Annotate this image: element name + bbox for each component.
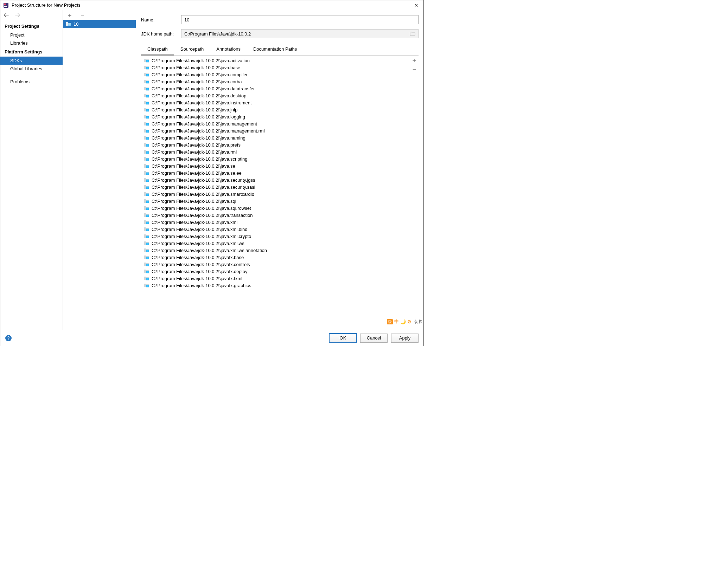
library-folder-icon bbox=[144, 240, 149, 246]
classpath-remove-icon[interactable]: − bbox=[413, 66, 416, 72]
svg-rect-5 bbox=[146, 67, 149, 69]
library-folder-icon bbox=[144, 283, 149, 289]
app-icon bbox=[3, 2, 9, 8]
svg-rect-12 bbox=[146, 116, 149, 118]
tab-documentation-paths[interactable]: Documentation Paths bbox=[247, 44, 303, 56]
svg-rect-11 bbox=[146, 109, 149, 111]
forward-icon[interactable] bbox=[15, 13, 20, 17]
classpath-row[interactable]: C:\Program Files\Java\jdk-10.0.2!\java.j… bbox=[142, 106, 410, 113]
library-folder-icon bbox=[144, 121, 149, 127]
nav-item-sdks[interactable]: SDKs bbox=[0, 57, 63, 65]
classpath-row[interactable]: C:\Program Files\Java\jdk-10.0.2!\java.s… bbox=[142, 205, 410, 212]
classpath-text: C:\Program Files\Java\jdk-10.0.2!\java.t… bbox=[152, 213, 253, 218]
classpath-row[interactable]: C:\Program Files\Java\jdk-10.0.2!\java.s… bbox=[142, 162, 410, 169]
classpath-list[interactable]: C:\Program Files\Java\jdk-10.0.2!\java.a… bbox=[141, 56, 410, 330]
library-folder-icon bbox=[144, 170, 149, 176]
classpath-row[interactable]: C:\Program Files\Java\jdk-10.0.2!\java.s… bbox=[142, 198, 410, 205]
classpath-row[interactable]: C:\Program Files\Java\jdk-10.0.2!\java.d… bbox=[142, 92, 410, 99]
tab-sourcepath[interactable]: Sourcepath bbox=[174, 44, 210, 56]
ime-moon-icon[interactable]: 🌙 bbox=[400, 319, 406, 324]
sdk-item[interactable]: 10 bbox=[63, 20, 136, 28]
classpath-row[interactable]: C:\Program Files\Java\jdk-10.0.2!\java.s… bbox=[142, 190, 410, 198]
classpath-text: C:\Program Files\Java\jdk-10.0.2!\java.a… bbox=[152, 58, 250, 63]
library-folder-icon bbox=[144, 261, 149, 267]
classpath-row[interactable]: C:\Program Files\Java\jdk-10.0.2!\java.x… bbox=[142, 233, 410, 240]
add-sdk-icon[interactable]: ＋ bbox=[66, 12, 73, 18]
library-folder-icon bbox=[144, 128, 149, 134]
classpath-row[interactable]: C:\Program Files\Java\jdk-10.0.2!\java.l… bbox=[142, 113, 410, 120]
nav-item-problems[interactable]: Problems bbox=[0, 78, 63, 86]
library-folder-icon bbox=[144, 114, 149, 120]
classpath-row[interactable]: C:\Program Files\Java\jdk-10.0.2!\javafx… bbox=[142, 261, 410, 268]
classpath-row[interactable]: C:\Program Files\Java\jdk-10.0.2!\java.a… bbox=[142, 57, 410, 64]
browse-folder-icon[interactable] bbox=[410, 31, 415, 37]
library-folder-icon bbox=[144, 135, 149, 141]
svg-rect-34 bbox=[146, 271, 149, 273]
classpath-row[interactable]: C:\Program Files\Java\jdk-10.0.2!\java.x… bbox=[142, 219, 410, 226]
classpath-row[interactable]: C:\Program Files\Java\jdk-10.0.2!\java.x… bbox=[142, 226, 410, 233]
classpath-row[interactable]: C:\Program Files\Java\jdk-10.0.2!\java.c… bbox=[142, 78, 410, 85]
classpath-row[interactable]: C:\Program Files\Java\jdk-10.0.2!\java.b… bbox=[142, 64, 410, 71]
help-icon[interactable]: ? bbox=[5, 335, 12, 341]
sdk-name-input[interactable] bbox=[181, 15, 419, 24]
library-folder-icon bbox=[144, 276, 149, 282]
classpath-row[interactable]: C:\Program Files\Java\jdk-10.0.2!\java.c… bbox=[142, 71, 410, 78]
classpath-row[interactable]: C:\Program Files\Java\jdk-10.0.2!\javafx… bbox=[142, 282, 410, 289]
classpath-row[interactable]: C:\Program Files\Java\jdk-10.0.2!\java.x… bbox=[142, 247, 410, 254]
classpath-text: C:\Program Files\Java\jdk-10.0.2!\java.m… bbox=[152, 121, 257, 127]
back-icon[interactable] bbox=[4, 13, 9, 17]
svg-rect-18 bbox=[146, 159, 149, 161]
ime-lang[interactable]: 中 bbox=[394, 318, 399, 325]
svg-rect-31 bbox=[146, 250, 149, 252]
nav-items: Project SettingsProjectLibrariesPlatform… bbox=[0, 20, 63, 330]
library-folder-icon bbox=[144, 156, 149, 162]
svg-rect-7 bbox=[146, 81, 149, 83]
classpath-row[interactable]: C:\Program Files\Java\jdk-10.0.2!\java.d… bbox=[142, 85, 410, 92]
classpath-row[interactable]: C:\Program Files\Java\jdk-10.0.2!\java.m… bbox=[142, 127, 410, 134]
ime-settings-icon[interactable]: ⚙ bbox=[407, 319, 411, 324]
classpath-row[interactable]: C:\Program Files\Java\jdk-10.0.2!\java.s… bbox=[142, 176, 410, 183]
classpath-text: C:\Program Files\Java\jdk-10.0.2!\java.c… bbox=[152, 72, 248, 77]
tab-classpath[interactable]: Classpath bbox=[141, 44, 174, 56]
cancel-button[interactable]: Cancel bbox=[360, 334, 388, 343]
svg-rect-17 bbox=[146, 151, 149, 154]
remove-sdk-icon[interactable]: − bbox=[81, 12, 84, 18]
library-folder-icon bbox=[144, 86, 149, 92]
library-folder-icon bbox=[144, 247, 149, 253]
tab-annotations[interactable]: Annotations bbox=[210, 44, 247, 56]
classpath-row[interactable]: C:\Program Files\Java\jdk-10.0.2!\java.s… bbox=[142, 169, 410, 176]
jdk-home-path-input[interactable]: C:\Program Files\Java\jdk-10.0.2 bbox=[181, 29, 419, 38]
classpath-row[interactable]: C:\Program Files\Java\jdk-10.0.2!\java.x… bbox=[142, 240, 410, 247]
classpath-row[interactable]: C:\Program Files\Java\jdk-10.0.2!\java.n… bbox=[142, 134, 410, 141]
classpath-row[interactable]: C:\Program Files\Java\jdk-10.0.2!\javafx… bbox=[142, 275, 410, 282]
nav-item-libraries[interactable]: Libraries bbox=[0, 39, 63, 47]
sdk-list: 10 bbox=[63, 20, 136, 330]
library-folder-icon bbox=[144, 184, 149, 190]
classpath-row[interactable]: C:\Program Files\Java\jdk-10.0.2!\java.s… bbox=[142, 183, 410, 190]
classpath-row[interactable]: C:\Program Files\Java\jdk-10.0.2!\javafx… bbox=[142, 268, 410, 275]
ime-switch[interactable]: 切换 bbox=[414, 319, 423, 325]
classpath-row[interactable]: C:\Program Files\Java\jdk-10.0.2!\java.i… bbox=[142, 99, 410, 106]
nav-item-project[interactable]: Project bbox=[0, 31, 63, 39]
ok-button[interactable]: OK bbox=[329, 334, 357, 343]
classpath-row[interactable]: C:\Program Files\Java\jdk-10.0.2!\java.p… bbox=[142, 141, 410, 148]
nav-group-head: Platform Settings bbox=[0, 47, 63, 57]
svg-rect-3 bbox=[68, 24, 71, 26]
svg-rect-10 bbox=[146, 102, 149, 104]
classpath-text: C:\Program Files\Java\jdk-10.0.2!\java.s… bbox=[152, 177, 255, 183]
classpath-row[interactable]: C:\Program Files\Java\jdk-10.0.2!\javafx… bbox=[142, 254, 410, 261]
svg-rect-33 bbox=[146, 264, 149, 266]
nav-item-global-libraries[interactable]: Global Libraries bbox=[0, 65, 63, 73]
close-icon[interactable]: ✕ bbox=[412, 2, 421, 8]
svg-rect-36 bbox=[146, 285, 149, 287]
classpath-row[interactable]: C:\Program Files\Java\jdk-10.0.2!\java.m… bbox=[142, 120, 410, 127]
apply-button[interactable]: Apply bbox=[391, 334, 419, 343]
classpath-row[interactable]: C:\Program Files\Java\jdk-10.0.2!\java.t… bbox=[142, 212, 410, 219]
classpath-row[interactable]: C:\Program Files\Java\jdk-10.0.2!\java.s… bbox=[142, 155, 410, 162]
ime-badge[interactable]: 极 bbox=[387, 319, 393, 324]
classpath-text: C:\Program Files\Java\jdk-10.0.2!\java.s… bbox=[152, 170, 242, 176]
classpath-add-icon[interactable]: ＋ bbox=[411, 57, 417, 63]
classpath-row[interactable]: C:\Program Files\Java\jdk-10.0.2!\java.r… bbox=[142, 148, 410, 155]
svg-rect-1 bbox=[4, 4, 6, 5]
svg-rect-25 bbox=[146, 208, 149, 210]
